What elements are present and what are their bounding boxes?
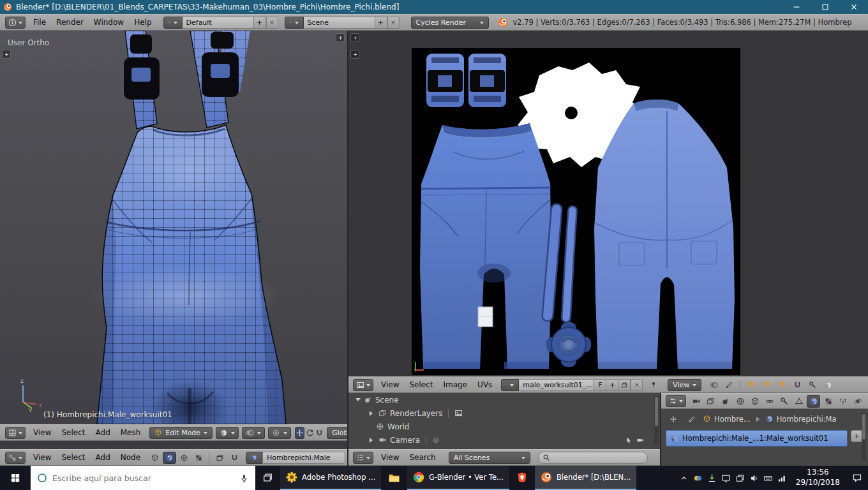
shader-type-material-toggle[interactable]: [163, 452, 176, 464]
tab-scene[interactable]: [719, 395, 732, 408]
taskbar-clock[interactable]: 13:56 29/10/2018: [789, 468, 846, 487]
editor-mode-select[interactable]: View: [668, 379, 701, 391]
grease-pencil-icon[interactable]: [722, 379, 736, 391]
screen-layout-name[interactable]: Default: [183, 17, 254, 29]
layer-grid-icon-2[interactable]: [760, 379, 774, 391]
editor-type-button-properties[interactable]: [666, 395, 686, 407]
tab-material[interactable]: [807, 395, 820, 408]
proportional-edit-select[interactable]: [242, 427, 265, 439]
outliner-row-scene[interactable]: Scene: [348, 393, 661, 406]
pack-image-button[interactable]: [618, 379, 631, 391]
layer-grid-icon-1[interactable]: [744, 379, 758, 391]
taskbar-app-browser[interactable]: [509, 466, 535, 490]
tray-speaker-icon[interactable]: [747, 466, 761, 490]
tab-object-data[interactable]: [792, 395, 805, 408]
tab-particles[interactable]: [836, 395, 849, 408]
shader-type-texture-toggle[interactable]: [192, 452, 206, 464]
tray-keyboard-icon[interactable]: [761, 466, 775, 490]
close-button[interactable]: [839, 0, 868, 14]
uv-tools-icon[interactable]: [805, 379, 819, 391]
pivot-center-select[interactable]: [268, 427, 291, 439]
editor-divider-vertical[interactable]: [347, 31, 348, 466]
outliner-row-world[interactable]: World: [348, 420, 661, 433]
tray-monitor-icon[interactable]: [719, 466, 733, 490]
add-layout-button[interactable]: [254, 17, 266, 29]
editor-type-button[interactable]: [5, 17, 26, 29]
screen-layout-browse-button[interactable]: [163, 17, 183, 29]
image-pin-toggle[interactable]: [647, 379, 661, 391]
tab-world[interactable]: [733, 395, 747, 408]
tab-object[interactable]: [748, 395, 761, 408]
maximize-button[interactable]: [811, 0, 839, 14]
tab-render-layers[interactable]: [704, 395, 717, 408]
snap-toggle[interactable]: [315, 427, 324, 439]
editor-type-button-image[interactable]: [353, 379, 373, 391]
transform-orientation-select[interactable]: Glob: [327, 427, 348, 439]
layer-grid-icon-3[interactable]: [775, 379, 789, 391]
shader-type-world-toggle[interactable]: [177, 452, 191, 464]
tab-render[interactable]: [689, 395, 703, 408]
collapse-icon[interactable]: [355, 398, 361, 404]
menu-window[interactable]: Window: [89, 17, 129, 28]
menu-select[interactable]: Select: [56, 452, 90, 463]
delete-scene-button[interactable]: [387, 17, 400, 29]
notification-center-icon[interactable]: [846, 466, 868, 490]
render-slot-icon[interactable]: [821, 379, 835, 391]
taskbar-app-photoshop[interactable]: Adobe Photoshop ...: [280, 466, 381, 490]
menu-add[interactable]: Add: [91, 427, 116, 438]
menu-help[interactable]: Help: [129, 17, 156, 28]
menu-view[interactable]: View: [376, 379, 404, 390]
delete-layout-button[interactable]: [266, 17, 278, 29]
outliner-search-field[interactable]: [538, 452, 648, 464]
unlink-image-button[interactable]: [631, 379, 643, 391]
mode-select[interactable]: Edit Mode: [149, 427, 213, 439]
shader-type-object-toggle[interactable]: [148, 452, 161, 464]
menu-select[interactable]: Select: [404, 379, 438, 390]
search-input[interactable]: [52, 473, 234, 483]
menu-view[interactable]: View: [376, 452, 404, 463]
menu-node[interactable]: Node: [116, 452, 146, 463]
tab-physics[interactable]: [851, 395, 864, 408]
menu-view[interactable]: View: [28, 427, 56, 438]
menu-uvs[interactable]: UVs: [472, 379, 497, 390]
properties-scrollbar[interactable]: [862, 413, 866, 461]
material-name-field[interactable]: Hombrepichi:Male: [262, 452, 345, 464]
taskbar-app-blender[interactable]: Blender* [D:\BLEN...: [535, 466, 636, 490]
manipulator-translate-toggle[interactable]: [295, 427, 304, 439]
tab-constraints[interactable]: [763, 395, 776, 408]
tray-color-app-icon[interactable]: [691, 466, 705, 490]
editor-type-button-outliner[interactable]: [353, 452, 373, 464]
tray-usb-icon[interactable]: [733, 466, 747, 490]
tray-download-icon[interactable]: [705, 466, 719, 490]
add-scene-button[interactable]: [375, 17, 387, 29]
material-slot-item[interactable]: Hombrepichi:Male_...1:Male_worksuit01: [666, 430, 848, 447]
menu-search[interactable]: Search: [404, 452, 440, 463]
image-browse-button[interactable]: [501, 379, 519, 391]
minimize-button[interactable]: [782, 0, 811, 14]
fake-user-button[interactable]: F: [594, 379, 606, 391]
expand-icon[interactable]: [370, 438, 375, 443]
manipulator-rotate-toggle[interactable]: [306, 427, 314, 439]
restrict-select-icon[interactable]: [625, 436, 632, 444]
taskbar-app-chrome[interactable]: G-Blender • Ver Te...: [407, 466, 509, 490]
outliner-row-renderlayers[interactable]: RenderLayers: [348, 406, 661, 420]
microphone-icon[interactable]: [239, 473, 249, 483]
menu-add[interactable]: Add: [91, 452, 116, 463]
image-name-field[interactable]: male_worksuit01_...: [519, 379, 594, 391]
tab-texture[interactable]: [821, 395, 835, 408]
expand-icon[interactable]: [370, 411, 375, 416]
uv-toolshelf-expand-button[interactable]: [350, 33, 359, 42]
restrict-render-icon[interactable]: [636, 436, 644, 444]
editor-divider-vertical-2[interactable]: [660, 393, 661, 466]
move-icon[interactable]: [666, 413, 680, 425]
uv-properties-expand-button[interactable]: [350, 50, 359, 59]
viewport-3d[interactable]: User Ortho z y x (1) Hombrepichi:Male_wo…: [0, 31, 348, 424]
snap-node-toggle[interactable]: [228, 452, 241, 464]
breadcrumb-object[interactable]: Hombre...: [714, 415, 751, 424]
render-engine-select[interactable]: Cycles Render: [411, 17, 489, 29]
viewport-shading-select[interactable]: [216, 427, 239, 439]
menu-image[interactable]: Image: [438, 379, 473, 390]
outliner-row-camera[interactable]: Camera: [348, 433, 661, 447]
use-nodes-toggle[interactable]: [213, 452, 227, 464]
pivot-icon[interactable]: [707, 379, 721, 391]
